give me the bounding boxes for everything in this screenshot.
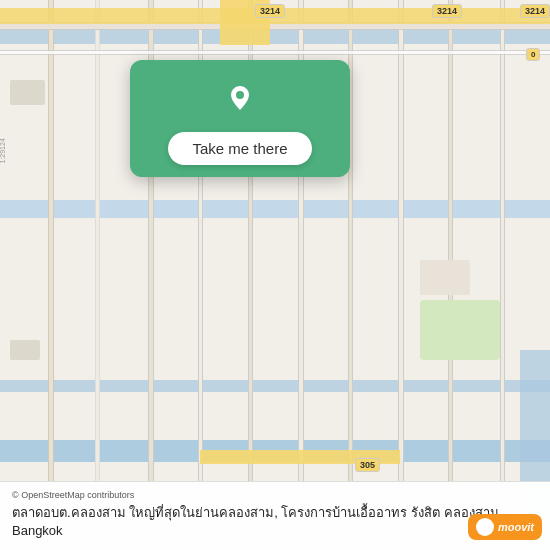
map-container: 3214 3214 3214 305 0 1:29124 Take me the…	[0, 0, 550, 550]
canal-1	[0, 30, 550, 44]
location-description: ตลาดอบต.คลองสาม ใหญ่ที่สุดในย่านคลองสาม,…	[12, 504, 538, 540]
badge-3214-1: 3214	[255, 4, 285, 18]
badge-305: 305	[355, 458, 380, 472]
badge-3214-3: 3214	[520, 4, 550, 18]
road-v-1	[48, 0, 54, 550]
block-3	[420, 260, 470, 295]
popup-card: Take me there	[130, 60, 350, 177]
canal-2	[0, 200, 550, 218]
moovit-text: moovit	[498, 521, 534, 533]
moovit-icon: m	[476, 518, 494, 536]
map-scale-label: 1:29124	[0, 138, 6, 163]
green-1	[420, 300, 500, 360]
road-h-2	[0, 50, 550, 55]
road-v-8	[398, 0, 404, 550]
moovit-logo: m moovit	[468, 514, 542, 540]
canal-3	[0, 380, 550, 392]
road-v-10	[500, 0, 505, 550]
badge-0: 0	[526, 48, 540, 61]
block-1	[10, 80, 45, 105]
osm-attribution: © OpenStreetMap contributors	[12, 490, 538, 500]
svg-point-1	[236, 91, 244, 99]
info-bar: © OpenStreetMap contributors ตลาดอบต.คลอ…	[0, 481, 550, 550]
take-me-there-button[interactable]: Take me there	[168, 132, 311, 165]
location-pin-icon	[218, 76, 262, 120]
block-2	[10, 340, 40, 360]
badge-3214-2: 3214	[432, 4, 462, 18]
road-v-2	[95, 0, 100, 550]
